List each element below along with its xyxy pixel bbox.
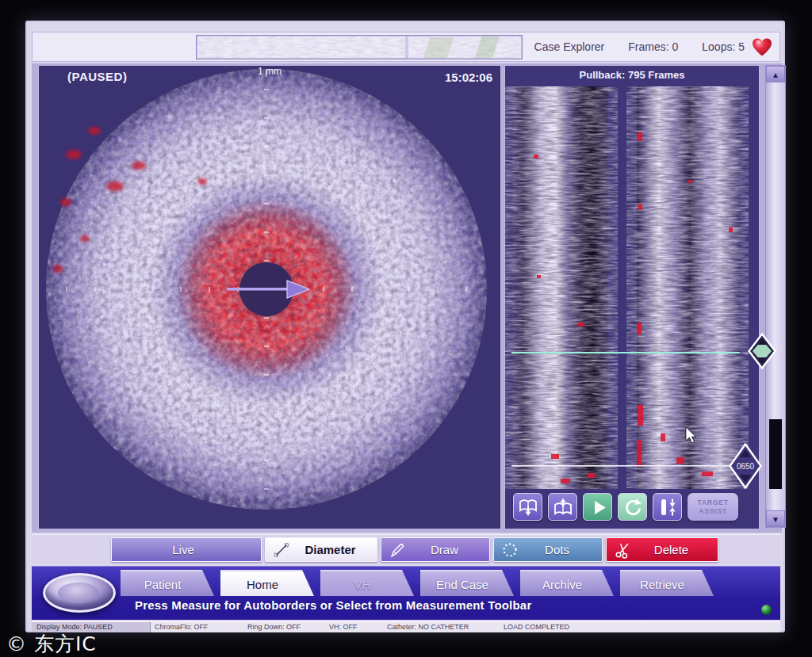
- tab-archive-label: Archive: [542, 578, 582, 591]
- frame-compress-icon: [657, 497, 678, 518]
- loop-replay-button[interactable]: [618, 493, 647, 521]
- draw-label: Draw: [406, 543, 489, 556]
- ringdown-status: Ring Down: OFF: [247, 622, 301, 632]
- bookmark-recall-button[interactable]: [548, 493, 577, 521]
- chromaflo-status: ChromaFlo: OFF: [155, 622, 209, 632]
- book-down-icon: [518, 497, 538, 518]
- case-explorer-label[interactable]: Case Explorer: [534, 40, 605, 53]
- tab-patient-label: Patient: [144, 578, 182, 591]
- pullback-panel: Pullback: 795 Frames: [504, 65, 760, 529]
- play-button[interactable]: [583, 493, 612, 521]
- vh-status: VH: OFF: [329, 622, 358, 632]
- play-icon: [588, 497, 608, 518]
- draw-button[interactable]: Draw: [381, 537, 490, 562]
- bookmark-save-button[interactable]: [513, 493, 542, 521]
- load-status: LOAD COMPLETED: [504, 622, 569, 632]
- refresh-icon: [622, 497, 643, 518]
- top-bar: Case Explorer Frames: 0 Loops: 5: [32, 32, 780, 62]
- heartbeat-icon: [751, 36, 773, 57]
- timestamp: 15:02:06: [445, 71, 492, 84]
- scroll-up-button[interactable]: ▲: [766, 66, 785, 82]
- bookmark-frame-line: [511, 465, 740, 467]
- tab-end-case-label: End Case: [436, 578, 488, 591]
- measurement-toolbar: Live Diameter Draw Dots: [32, 534, 780, 564]
- bookmark-frame-handle[interactable]: 0650: [729, 443, 762, 489]
- target-assist-label-1: TARGET: [697, 498, 728, 507]
- status-strip: Display Mode: PAUSED ChromaFlo: OFF Ring…: [32, 621, 780, 632]
- ivus-cross-section-image[interactable]: [39, 66, 500, 529]
- instruction-message: Press Measure for Autoborders or Select …: [135, 598, 531, 612]
- knob-dome: [58, 583, 99, 603]
- tab-retrieve-label: Retrieve: [640, 578, 684, 591]
- tab-home[interactable]: Home: [220, 570, 314, 596]
- target-assist-button[interactable]: TARGET ASSIST: [688, 493, 738, 521]
- main-tabs: Patient Home VH End Case Archive Retriev…: [121, 570, 720, 596]
- status-indicator-light: [761, 605, 772, 615]
- live-button[interactable]: Live: [111, 537, 262, 562]
- pullback-scrollbar[interactable]: ▲ ▼: [765, 65, 786, 528]
- catheter-status: Catheter: NO CATHETER: [387, 622, 469, 632]
- book-up-icon: [553, 497, 573, 518]
- diameter-icon: [273, 541, 290, 559]
- console-knob[interactable]: [43, 573, 116, 613]
- bottom-panel: Patient Home VH End Case Archive Retriev…: [32, 566, 780, 620]
- tab-vh[interactable]: VH: [320, 570, 414, 596]
- loop-thumbnails: [197, 36, 522, 59]
- watermark: © 东方IC: [6, 631, 97, 657]
- dots-button[interactable]: Dots: [493, 537, 603, 562]
- scrollbar-thumb[interactable]: [769, 419, 782, 489]
- ivus-panel: (PAUSED) 1 mm 15:02:06: [38, 65, 501, 529]
- delete-label: Delete: [631, 543, 718, 556]
- diameter-label: Diameter: [290, 543, 377, 556]
- current-frame-line: [511, 352, 740, 353]
- live-label: Live: [112, 543, 261, 556]
- dots-circle-icon: [501, 541, 519, 559]
- current-frame-handle[interactable]: [748, 333, 776, 369]
- tab-retrieve[interactable]: Retrieve: [620, 570, 714, 596]
- loop-thumbnail-strip[interactable]: [196, 35, 523, 59]
- target-assist-label-2: ASSIST: [699, 507, 727, 516]
- dots-label: Dots: [519, 543, 602, 556]
- main-area: (PAUSED) 1 mm 15:02:06 Pullback: 795 Fra…: [32, 63, 782, 533]
- tab-vh-label: VH: [354, 578, 371, 591]
- loops-count: Loops: 5: [702, 40, 745, 53]
- pullback-toolbar: TARGET ASSIST: [513, 493, 744, 521]
- tab-patient[interactable]: Patient: [121, 570, 214, 596]
- scissors-icon: [614, 541, 631, 559]
- monitor-screen: Case Explorer Frames: 0 Loops: 5: [25, 21, 785, 632]
- frame-step-button[interactable]: [653, 493, 682, 521]
- tab-home-label: Home: [247, 578, 278, 591]
- delete-button[interactable]: Delete: [606, 537, 718, 562]
- pullback-longitudinal-image[interactable]: [505, 86, 759, 489]
- case-info: Case Explorer Frames: 0 Loops: 5: [534, 32, 745, 61]
- tab-archive[interactable]: Archive: [520, 570, 614, 596]
- scale-label: 1 mm: [39, 66, 500, 77]
- scroll-down-button[interactable]: ▼: [766, 510, 785, 527]
- frames-count: Frames: 0: [628, 40, 678, 53]
- pencil-icon: [389, 541, 406, 559]
- diameter-button[interactable]: Diameter: [265, 537, 377, 562]
- pullback-header: Pullback: 795 Frames: [505, 69, 759, 81]
- tab-end-case[interactable]: End Case: [420, 570, 514, 596]
- frame-number-label: 0650: [737, 462, 755, 471]
